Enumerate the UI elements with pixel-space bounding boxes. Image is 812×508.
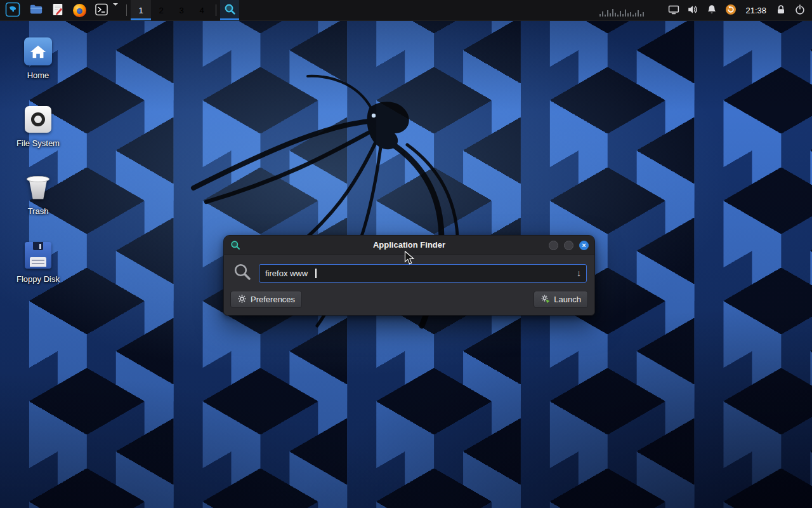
close-button[interactable]: × <box>579 241 589 250</box>
desktop-icon-home[interactable]: Home <box>8 37 69 80</box>
search-row: ↓ <box>233 262 587 284</box>
app-finder-taskbar-button[interactable] <box>220 0 239 20</box>
terminal-launcher[interactable] <box>93 3 110 18</box>
search-input-wrap: ↓ <box>259 264 587 283</box>
display-icon <box>668 4 679 17</box>
desktop-icon-floppy-disk[interactable]: Floppy Disk <box>8 241 69 284</box>
panel-separator <box>216 4 216 16</box>
file-manager-launcher[interactable] <box>25 0 47 20</box>
search-input[interactable] <box>259 264 587 283</box>
file-manager-icon <box>29 3 43 18</box>
workspace-4[interactable]: 4 <box>192 0 212 20</box>
trash-icon <box>23 173 53 202</box>
dialog-buttons: Preferences Launch <box>230 291 588 308</box>
bell-icon <box>706 4 717 17</box>
volume-button[interactable] <box>683 0 702 20</box>
text-caret <box>315 269 317 278</box>
panel-separator <box>126 4 127 16</box>
minimize-button[interactable] <box>549 241 558 250</box>
top-panel: 1 2 3 4 <box>0 0 812 21</box>
desktop: 1 2 3 4 <box>0 0 812 508</box>
text-editor-launcher[interactable] <box>47 0 69 20</box>
desktop-icon-label: Floppy Disk <box>16 274 60 284</box>
desktop-icon-file-system[interactable]: File System <box>8 105 69 148</box>
system-monitor-graph <box>597 0 646 20</box>
history-dropdown-arrow-icon[interactable]: ↓ <box>577 268 581 278</box>
launch-label: Launch <box>554 295 581 304</box>
preferences-label: Preferences <box>251 295 295 304</box>
lock-icon <box>775 4 787 17</box>
screen-lock-button[interactable] <box>771 0 790 20</box>
preferences-button[interactable]: Preferences <box>230 291 302 308</box>
maximize-button[interactable] <box>564 241 573 250</box>
firefox-icon <box>73 4 86 17</box>
desktop-icon-label: Home <box>27 70 49 80</box>
firefox-launcher[interactable] <box>69 0 90 20</box>
application-finder-window: Application Finder × ↓ <box>223 235 595 316</box>
workspace-switcher: 1 2 3 4 <box>131 0 212 20</box>
update-icon <box>725 4 737 17</box>
home-icon <box>23 37 53 66</box>
text-editor-icon <box>51 3 64 18</box>
kali-menu-icon <box>5 2 20 19</box>
applications-menu-button[interactable] <box>0 0 25 20</box>
desktop-icon-label: File System <box>16 138 60 148</box>
chevron-down-icon <box>113 3 118 18</box>
terminal-icon <box>95 3 108 18</box>
workspace-3[interactable]: 3 <box>171 0 192 20</box>
search-icon <box>233 262 252 284</box>
display-settings-button[interactable] <box>664 0 683 20</box>
clock[interactable]: 21:38 <box>740 0 771 20</box>
window-title: Application Finder <box>224 240 594 250</box>
updates-button[interactable] <box>721 0 740 20</box>
launch-icon <box>540 294 550 305</box>
floppy-disk-icon <box>23 241 53 270</box>
power-button[interactable] <box>790 0 809 20</box>
mouse-cursor <box>404 251 417 265</box>
workspace-2[interactable]: 2 <box>151 0 171 20</box>
notifications-button[interactable] <box>702 0 721 20</box>
volume-icon <box>687 4 698 17</box>
window-controls: × <box>549 236 589 255</box>
terminal-dropdown-button[interactable] <box>112 6 119 15</box>
gear-icon <box>237 294 247 305</box>
desktop-icon-trash[interactable]: Trash <box>8 173 69 216</box>
app-finder-icon <box>224 3 236 17</box>
close-icon: × <box>582 242 586 249</box>
file-system-icon <box>23 105 53 134</box>
power-icon <box>794 4 806 17</box>
launch-button[interactable]: Launch <box>534 291 588 308</box>
desktop-icon-label: Trash <box>28 206 49 216</box>
terminal-launcher-group <box>90 0 122 20</box>
window-app-finder-icon <box>230 240 240 253</box>
workspace-1[interactable]: 1 <box>131 0 151 20</box>
